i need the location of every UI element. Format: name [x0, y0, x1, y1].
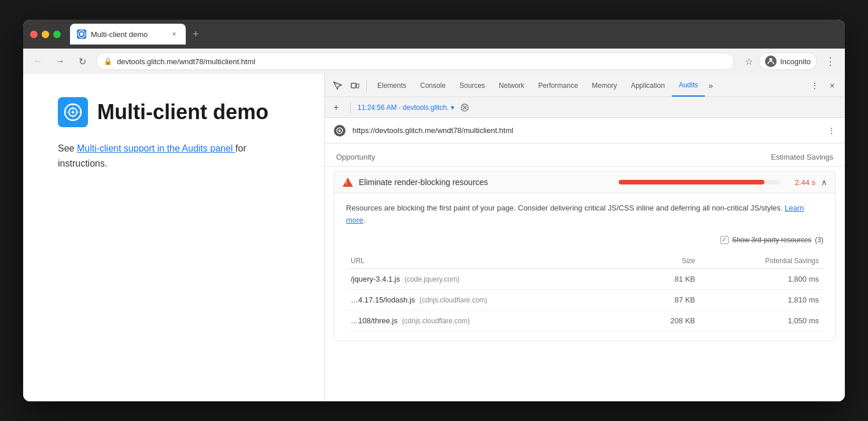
devtools-tabs: Elements Console Sources Network Perform…: [370, 74, 806, 97]
tab-close-button[interactable]: ×: [170, 29, 179, 39]
tab-audits[interactable]: Audits: [672, 74, 705, 97]
svg-point-2: [770, 58, 773, 61]
resource-url-cell: …4.17.15/lodash.js (cdnjs.cloudflare.com…: [346, 289, 633, 310]
resource-name: …108/three.js: [351, 316, 398, 325]
svg-point-10: [339, 130, 341, 132]
resource-savings-cell: 1,800 ms: [700, 268, 823, 289]
audit-item-header[interactable]: Eliminate render-blocking resources 2.44…: [334, 172, 835, 193]
tab-favicon: [77, 29, 86, 39]
third-party-checkbox[interactable]: ✓: [720, 236, 729, 244]
forward-button[interactable]: →: [52, 53, 68, 69]
table-row: …4.17.15/lodash.js (cdnjs.cloudflare.com…: [346, 289, 823, 310]
col-size: Size: [633, 253, 700, 269]
tab-network[interactable]: Network: [492, 74, 531, 97]
url-selector[interactable]: 11:24:56 AM - devtools.glitch. ▾: [358, 104, 454, 112]
tab-title: Multi-client demo: [91, 30, 165, 39]
profile-label: Incognito: [780, 57, 811, 66]
address-input[interactable]: 🔒 devtools.glitch.me/wndt78/multiclient.…: [96, 53, 734, 70]
tab-elements[interactable]: Elements: [370, 74, 413, 97]
traffic-lights: [30, 31, 61, 38]
secondary-separator: [350, 102, 351, 113]
bookmark-button[interactable]: ☆: [745, 56, 753, 67]
audits-url-bar: https://devtools.glitch.me/wndt78/multic…: [325, 118, 845, 143]
traffic-light-close[interactable]: [30, 31, 38, 38]
page-title: Multi-client demo: [97, 100, 269, 124]
audit-progress-bar: [619, 180, 781, 184]
tab-application[interactable]: Application: [624, 74, 672, 97]
browser-menu-button[interactable]: ⋮: [823, 53, 838, 70]
resource-savings-cell: 1,050 ms: [700, 310, 823, 331]
audit-description: Resources are blocking the first paint o…: [346, 202, 823, 227]
checkbox-check: ✓: [722, 236, 727, 243]
add-audit-button[interactable]: +: [329, 101, 343, 115]
profile-button[interactable]: Incognito: [759, 53, 817, 70]
browser-window: Multi-client demo × + ← → ↻ 🔒 devtools.g…: [23, 20, 845, 401]
svg-rect-6: [351, 83, 356, 88]
svg-point-1: [80, 32, 83, 36]
traffic-light-fullscreen[interactable]: [53, 31, 61, 38]
table-row: …108/three.js (cdnjs.cloudflare.com) 208…: [346, 310, 823, 331]
opportunity-label: Opportunity: [336, 153, 375, 161]
audit-expand-chevron[interactable]: ∧: [821, 178, 827, 187]
audits-url-more-button[interactable]: ⋮: [827, 126, 836, 135]
devtools-more-button[interactable]: ⋮: [807, 77, 823, 94]
resource-size-cell: 81 KB: [633, 268, 700, 289]
back-button[interactable]: ←: [30, 53, 46, 69]
lock-icon: 🔒: [104, 57, 112, 65]
resource-url-cell: …108/three.js (cdnjs.cloudflare.com): [346, 310, 633, 331]
device-toolbar-button[interactable]: [347, 77, 363, 94]
tab-memory[interactable]: Memory: [585, 74, 624, 97]
tabs-more-button[interactable]: »: [705, 81, 716, 90]
audit-expanded-content: Resources are blocking the first paint o…: [334, 193, 835, 341]
traffic-light-minimize[interactable]: [42, 31, 49, 38]
address-text: devtools.glitch.me/wndt78/multiclient.ht…: [117, 57, 727, 66]
audit-bar-fill: [619, 180, 764, 184]
third-party-label[interactable]: Show 3rd-party resources: [732, 236, 811, 244]
refresh-button[interactable]: ↻: [74, 53, 90, 69]
resource-savings-cell: 1,810 ms: [700, 289, 823, 310]
devtools-panel: Elements Console Sources Network Perform…: [324, 74, 845, 401]
tab-performance[interactable]: Performance: [531, 74, 585, 97]
audit-item: Eliminate render-blocking resources 2.44…: [334, 171, 836, 341]
table-row: /jquery-3.4.1.js (code.jquery.com) 81 KB…: [346, 268, 823, 289]
audit-savings: 2.44 s: [786, 178, 815, 187]
tab-bar: Multi-client demo × +: [70, 24, 838, 45]
page-content: Multi-client demo See Multi-client suppo…: [23, 74, 324, 401]
devtools-secondary-bar: + 11:24:56 AM - devtools.glitch. ▾: [325, 97, 845, 118]
tab-sources[interactable]: Sources: [453, 74, 492, 97]
browser-tab-active[interactable]: Multi-client demo ×: [70, 24, 186, 45]
resource-table: URL Size Potential Savings /jquery-3.4.1…: [346, 253, 823, 331]
col-url: URL: [346, 253, 633, 269]
toolbar-separator: [366, 80, 367, 91]
address-bar: ← → ↻ 🔒 devtools.glitch.me/wndt78/multic…: [23, 49, 845, 74]
resource-name: /jquery-3.4.1.js: [351, 275, 400, 283]
third-party-row: ✓ Show 3rd-party resources (3): [346, 236, 823, 244]
audits-favicon: [334, 125, 345, 136]
page-logo-title: Multi-client demo: [58, 97, 289, 127]
warning-icon: [343, 178, 353, 187]
devtools-toolbar: Elements Console Sources Network Perform…: [325, 74, 845, 97]
devtools-actions: ⋮ ×: [807, 77, 840, 94]
new-tab-button[interactable]: +: [188, 28, 204, 40]
resource-domain: (cdnjs.cloudflare.com): [420, 296, 487, 304]
svg-rect-7: [356, 84, 359, 88]
devtools-close-button[interactable]: ×: [824, 77, 840, 94]
audits-panel-link[interactable]: Multi-client support in the Audits panel: [77, 143, 236, 153]
inspect-element-button[interactable]: [329, 77, 345, 94]
audits-content: Opportunity Estimated Savings Eliminate …: [325, 143, 845, 401]
tab-console[interactable]: Console: [413, 74, 453, 97]
resource-name: …4.17.15/lodash.js: [351, 296, 415, 304]
audits-url-text: https://devtools.glitch.me/wndt78/multic…: [352, 126, 821, 135]
estimated-savings-label: Estimated Savings: [771, 153, 833, 161]
clear-button[interactable]: [459, 102, 470, 113]
opportunity-header: Opportunity Estimated Savings: [325, 143, 845, 167]
page-logo: [58, 97, 88, 127]
main-content: Multi-client demo See Multi-client suppo…: [23, 74, 845, 401]
resource-domain: (code.jquery.com): [404, 275, 459, 283]
resource-domain: (cdnjs.cloudflare.com): [402, 317, 470, 325]
third-party-count: (3): [815, 236, 823, 244]
col-savings: Potential Savings: [700, 253, 823, 269]
page-description: See Multi-client support in the Audits p…: [58, 141, 289, 171]
audit-title: Eliminate render-blocking resources: [359, 178, 613, 187]
resource-size-cell: 208 KB: [633, 310, 700, 331]
